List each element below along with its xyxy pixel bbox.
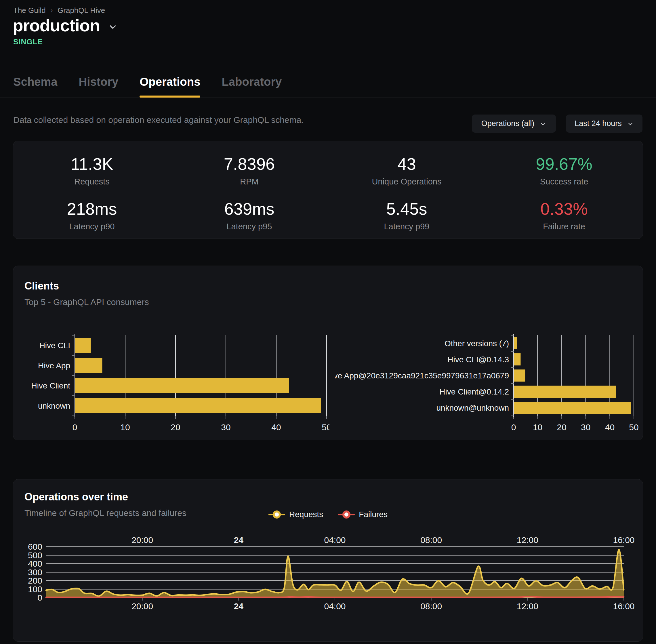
svg-text:40: 40 — [271, 422, 281, 432]
clients-subtitle: Top 5 - GraphQL API consumers — [24, 297, 149, 307]
svg-text:0: 0 — [72, 422, 77, 432]
svg-text:50: 50 — [322, 422, 329, 432]
stat-unique-operations: 43 Unique Operations — [328, 154, 485, 186]
legend-item-requests[interactable]: Requests — [268, 510, 323, 519]
svg-text:20: 20 — [171, 422, 180, 432]
svg-text:16:00: 16:00 — [613, 535, 634, 545]
svg-text:400: 400 — [28, 559, 42, 568]
period-filter-label: Last 24 hours — [575, 119, 622, 128]
svg-text:12:00: 12:00 — [517, 601, 538, 611]
svg-text:24: 24 — [234, 601, 244, 611]
operations-filter-dropdown[interactable]: Operations (all) — [472, 115, 556, 133]
tab-laboratory[interactable]: Laboratory — [221, 75, 282, 95]
svg-text:0: 0 — [38, 593, 42, 602]
svg-text:50: 50 — [629, 422, 638, 432]
svg-text:Hive Client@0.14.2: Hive Client@0.14.2 — [439, 387, 509, 396]
svg-text:10: 10 — [120, 422, 130, 432]
svg-text:20:00: 20:00 — [132, 601, 153, 611]
svg-text:600: 600 — [28, 542, 42, 551]
operations-over-time-chart: 010020030040050060020:0020:00242404:0004… — [22, 534, 643, 620]
svg-text:20: 20 — [557, 422, 566, 432]
data-collected-note: Data collected based on operation execut… — [13, 115, 304, 125]
breadcrumb: The Guild › GraphQL Hive — [13, 6, 105, 15]
stat-latency-p99: 5.45s Latency p99 — [328, 199, 485, 231]
legend-item-failures[interactable]: Failures — [338, 510, 388, 519]
svg-text:30: 30 — [581, 422, 590, 432]
svg-text:Other versions (7): Other versions (7) — [445, 339, 509, 348]
stat-latency-p95: 639ms Latency p95 — [171, 199, 328, 231]
svg-text:100: 100 — [28, 584, 42, 594]
tabs-divider — [0, 97, 656, 98]
chevron-down-icon[interactable] — [108, 22, 118, 32]
svg-text:04:00: 04:00 — [324, 535, 346, 545]
stat-failure-rate: 0.33% Failure rate — [485, 199, 643, 231]
failures-series-icon — [338, 510, 355, 519]
svg-text:12:00: 12:00 — [517, 535, 538, 545]
svg-text:500: 500 — [28, 551, 42, 560]
operations-filter-label: Operations (all) — [482, 119, 535, 128]
svg-text:30: 30 — [221, 422, 231, 432]
stats-card: 11.3K Requests 7.8396 RPM 43 Unique Oper… — [13, 141, 643, 239]
chevron-down-icon — [539, 120, 546, 128]
clients-by-version-bar-chart: 01020304050Other versions (7)Hive CLI@0.… — [335, 324, 643, 436]
stat-success-rate: 99.67% Success rate — [485, 154, 643, 186]
svg-text:300: 300 — [28, 568, 42, 577]
status-badge: SINGLE — [13, 38, 43, 46]
period-filter-dropdown[interactable]: Last 24 hours — [566, 115, 642, 133]
operations-over-time-title: Operations over time — [24, 491, 186, 503]
svg-text:16:00: 16:00 — [613, 601, 634, 611]
svg-text:Hive App: Hive App — [38, 361, 70, 370]
tab-history[interactable]: History — [78, 75, 118, 95]
requests-series-icon — [268, 510, 285, 519]
svg-text:Hive CLI: Hive CLI — [40, 341, 70, 350]
tab-operations[interactable]: Operations — [140, 75, 200, 95]
stat-latency-p90: 218ms Latency p90 — [13, 199, 171, 231]
svg-text:08:00: 08:00 — [420, 601, 442, 611]
svg-text:Hive Client: Hive Client — [31, 381, 70, 390]
tab-schema[interactable]: Schema — [13, 75, 57, 95]
svg-text:Hive CLI@0.14.3: Hive CLI@0.14.3 — [447, 355, 509, 364]
stat-requests: 11.3K Requests — [13, 154, 171, 186]
svg-text:unknown@unknown: unknown@unknown — [436, 404, 509, 412]
svg-text:40: 40 — [605, 422, 614, 432]
clients-title: Clients — [24, 280, 149, 292]
svg-text:24: 24 — [234, 535, 244, 545]
svg-text:200: 200 — [28, 576, 42, 585]
page-title: production — [13, 16, 100, 36]
tab-bar: Schema History Operations Laboratory — [13, 75, 282, 95]
svg-text:Hive App@20e3129caa921c35e9979: Hive App@20e3129caa921c35e9979631e17a067… — [335, 371, 509, 380]
svg-text:04:00: 04:00 — [324, 601, 346, 611]
breadcrumb-project-link[interactable]: GraphQL Hive — [57, 6, 105, 15]
breadcrumb-org-link[interactable]: The Guild — [13, 6, 46, 15]
svg-text:08:00: 08:00 — [420, 535, 442, 545]
svg-text:20:00: 20:00 — [132, 535, 153, 545]
svg-text:unknown: unknown — [38, 401, 70, 410]
svg-text:0: 0 — [511, 422, 516, 432]
chevron-right-icon: › — [50, 6, 53, 15]
svg-text:10: 10 — [533, 422, 542, 432]
stat-rpm: 7.8396 RPM — [171, 154, 328, 186]
timeline-legend: Requests Failures — [13, 510, 643, 519]
chevron-down-icon — [627, 120, 634, 128]
clients-by-name-bar-chart: 01020304050Hive CLIHive AppHive Clientun… — [22, 324, 329, 436]
